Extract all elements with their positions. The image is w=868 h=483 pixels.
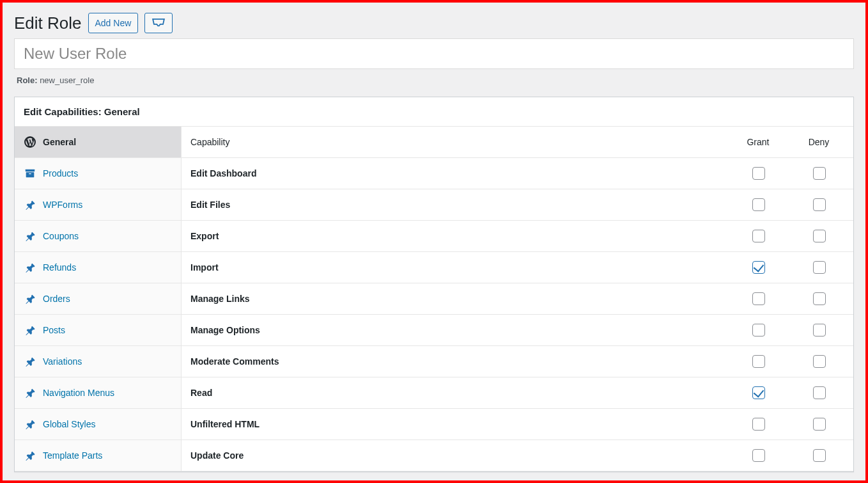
deny-checkbox[interactable] [813,261,826,274]
pin-icon [24,230,36,242]
sidebar-item-label: Refunds [43,262,76,273]
panel-title: Edit Capabilities: General [15,97,853,127]
sidebar-item-label: Navigation Menus [43,388,114,398]
page-title: Edit Role [14,13,82,33]
sidebar-item-label: Products [43,168,78,178]
svg-rect-3 [29,173,31,174]
pin-icon [24,449,36,462]
capability-table: Capability Grant Deny Edit DashboardEdit… [182,127,853,471]
grant-checkbox[interactable] [752,449,765,462]
role-slug-value: new_user_role [40,75,94,85]
deny-checkbox[interactable] [813,355,826,368]
capability-row: Edit Dashboard [182,158,853,189]
svg-rect-1 [26,170,35,172]
grant-checkbox[interactable] [752,198,765,211]
deny-checkbox[interactable] [813,198,826,211]
svg-rect-2 [26,173,35,178]
sidebar-item-template-parts[interactable]: Template Parts [15,440,181,471]
grant-checkbox[interactable] [752,167,765,180]
col-capability: Capability [190,137,723,147]
pin-icon [24,386,36,399]
sidebar-item-global-styles[interactable]: Global Styles [15,409,181,440]
pin-icon [24,418,36,431]
sidebar-item-general[interactable]: General [15,127,181,158]
capability-row: Import [182,252,853,283]
pin-icon [24,198,36,211]
capability-row: Read [182,377,853,409]
capability-row: Moderate Comments [182,346,853,377]
capability-row: Edit Files [182,189,853,221]
capability-row: Manage Options [182,315,853,346]
deny-checkbox[interactable] [813,386,826,399]
deny-checkbox[interactable] [813,292,826,305]
sidebar-item-navigation-menus[interactable]: Navigation Menus [15,377,181,409]
col-deny: Deny [793,137,844,147]
grant-checkbox[interactable] [752,355,765,368]
role-slug: Role: new_user_role [3,69,865,97]
capability-name: Export [190,231,723,241]
inbox-button[interactable] [144,13,173,33]
role-slug-label: Role: [17,75,38,85]
wordpress-icon [24,136,36,148]
sidebar-item-coupons[interactable]: Coupons [15,221,181,252]
deny-checkbox[interactable] [813,167,826,180]
capability-row: Unfiltered HTML [182,409,853,440]
sidebar-item-variations[interactable]: Variations [15,346,181,377]
capability-table-header: Capability Grant Deny [182,127,853,158]
page-header: Edit Role Add New [3,3,865,38]
sidebar-item-wpforms[interactable]: WPForms [15,189,181,221]
grant-checkbox[interactable] [752,386,765,399]
capability-name: Moderate Comments [190,356,723,367]
sidebar-item-label: Posts [43,325,65,335]
sidebar-item-orders[interactable]: Orders [15,283,181,315]
add-new-button[interactable]: Add New [88,13,139,33]
capability-group-sidebar: GeneralProductsWPFormsCouponsRefundsOrde… [15,127,182,471]
sidebar-item-label: Coupons [43,231,79,241]
pin-icon [24,324,36,337]
capability-name: Manage Links [190,294,723,304]
deny-checkbox[interactable] [813,418,826,431]
capability-name: Update Core [190,450,723,461]
pin-icon [24,292,36,305]
role-name-input[interactable] [14,38,854,69]
sidebar-item-refunds[interactable]: Refunds [15,252,181,283]
sidebar-item-label: Global Styles [43,419,95,429]
archive-icon [24,167,36,180]
col-grant: Grant [723,137,793,147]
capability-name: Unfiltered HTML [190,419,723,429]
capability-name: Manage Options [190,325,723,335]
capability-row: Manage Links [182,283,853,315]
pin-icon [24,355,36,368]
capability-name: Edit Files [190,200,723,210]
grant-checkbox[interactable] [752,292,765,305]
sidebar-item-label: General [43,137,76,147]
sidebar-item-label: Orders [43,294,70,304]
capability-row: Export [182,221,853,252]
grant-checkbox[interactable] [752,261,765,274]
capability-name: Edit Dashboard [190,168,723,178]
deny-checkbox[interactable] [813,230,826,242]
capability-row: Update Core [182,440,853,471]
sidebar-item-label: WPForms [43,200,82,210]
capability-name: Read [190,388,723,398]
sidebar-item-posts[interactable]: Posts [15,315,181,346]
capabilities-panel: Edit Capabilities: General GeneralProduc… [14,97,854,472]
pin-icon [24,261,36,274]
deny-checkbox[interactable] [813,449,826,462]
inbox-icon [151,18,166,28]
grant-checkbox[interactable] [752,230,765,242]
deny-checkbox[interactable] [813,324,826,337]
sidebar-item-products[interactable]: Products [15,158,181,189]
capability-name: Import [190,262,723,273]
grant-checkbox[interactable] [752,324,765,337]
grant-checkbox[interactable] [752,418,765,431]
sidebar-item-label: Template Parts [43,450,102,461]
sidebar-item-label: Variations [43,356,82,367]
